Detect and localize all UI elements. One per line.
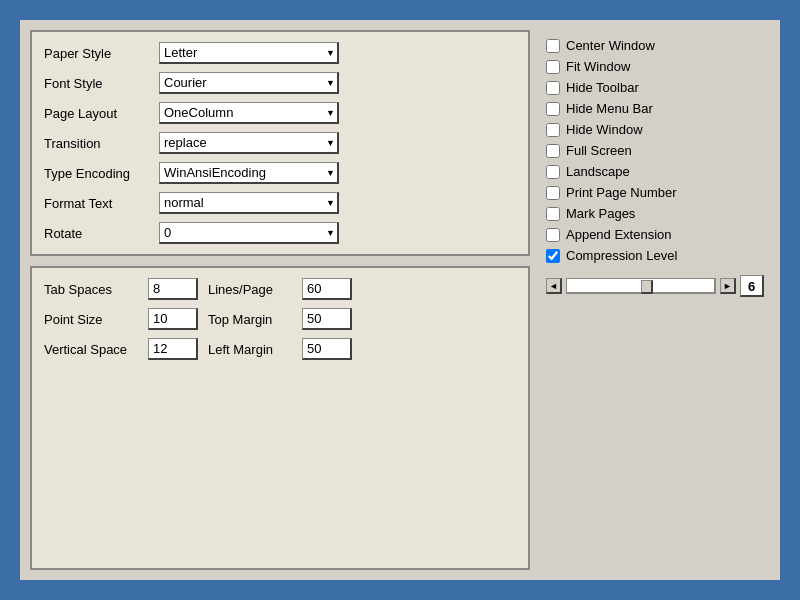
checkbox-item-fit-window: Fit Window xyxy=(546,59,764,74)
label-format-text: Format Text xyxy=(44,196,159,211)
checkbox-hide-toolbar[interactable] xyxy=(546,81,560,95)
checkbox-label-center-window: Center Window xyxy=(566,38,655,53)
select-paper-style[interactable]: LetterA4LegalExecutive xyxy=(159,42,339,64)
label-vertical-space: Vertical Space xyxy=(44,342,144,357)
checkbox-label-mark-pages: Mark Pages xyxy=(566,206,635,221)
select-format-text[interactable]: normalbolditalicbold italic xyxy=(159,192,339,214)
label-point-size: Point Size xyxy=(44,312,144,327)
checkbox-item-mark-pages: Mark Pages xyxy=(546,206,764,221)
input-point-size[interactable] xyxy=(148,308,198,330)
select-wrapper-paper-style: LetterA4LegalExecutive xyxy=(159,42,339,64)
checkbox-label-fit-window: Fit Window xyxy=(566,59,630,74)
slider-right-button[interactable]: ► xyxy=(720,278,736,294)
input-lines-per-page[interactable] xyxy=(302,278,352,300)
select-wrapper-format-text: normalbolditalicbold italic xyxy=(159,192,339,214)
slider-value: 6 xyxy=(740,275,764,297)
checkbox-item-append-extension: Append Extension xyxy=(546,227,764,242)
checkbox-full-screen[interactable] xyxy=(546,144,560,158)
checkbox-label-print-page-number: Print Page Number xyxy=(566,185,677,200)
select-page-layout[interactable]: OneColumnTwoColumnSinglePageTwoPage xyxy=(159,102,339,124)
label-lines-per-page: Lines/Page xyxy=(208,282,298,297)
form-row-page-layout: Page LayoutOneColumnTwoColumnSinglePageT… xyxy=(44,102,516,124)
checkbox-label-hide-toolbar: Hide Toolbar xyxy=(566,80,639,95)
main-panel: Paper StyleLetterA4LegalExecutiveFont St… xyxy=(20,20,780,580)
select-wrapper-page-layout: OneColumnTwoColumnSinglePageTwoPage xyxy=(159,102,339,124)
form-row-transition: Transitionreplaceblindsboxdissolveglitte… xyxy=(44,132,516,154)
checkbox-label-hide-window: Hide Window xyxy=(566,122,643,137)
select-wrapper-type-encoding: WinAnsiEncodingMacRomanEncodingUTF-8 xyxy=(159,162,339,184)
checkbox-label-compression-level: Compression Level xyxy=(566,248,677,263)
slider-thumb[interactable] xyxy=(641,280,653,294)
label-type-encoding: Type Encoding xyxy=(44,166,159,181)
checkbox-mark-pages[interactable] xyxy=(546,207,560,221)
numeric-row-tab-spaces: Tab SpacesLines/Page xyxy=(44,278,516,300)
top-group-box: Paper StyleLetterA4LegalExecutiveFont St… xyxy=(30,30,530,256)
checkbox-compression-level[interactable] xyxy=(546,249,560,263)
checkbox-hide-menu-bar[interactable] xyxy=(546,102,560,116)
checkbox-item-hide-toolbar: Hide Toolbar xyxy=(546,80,764,95)
right-panel: Center WindowFit WindowHide ToolbarHide … xyxy=(540,30,770,570)
left-panel: Paper StyleLetterA4LegalExecutiveFont St… xyxy=(30,30,530,570)
select-font-style[interactable]: CourierHelveticaTimesArial xyxy=(159,72,339,94)
label-page-layout: Page Layout xyxy=(44,106,159,121)
form-row-rotate: Rotate090180270 xyxy=(44,222,516,244)
input-vertical-space[interactable] xyxy=(148,338,198,360)
select-wrapper-transition: replaceblindsboxdissolveglittersplitwipe xyxy=(159,132,339,154)
select-transition[interactable]: replaceblindsboxdissolveglittersplitwipe xyxy=(159,132,339,154)
checkbox-label-append-extension: Append Extension xyxy=(566,227,672,242)
checkbox-hide-window[interactable] xyxy=(546,123,560,137)
form-row-type-encoding: Type EncodingWinAnsiEncodingMacRomanEnco… xyxy=(44,162,516,184)
checkbox-item-compression-level: Compression Level xyxy=(546,248,764,263)
slider-track[interactable] xyxy=(566,278,716,294)
checkbox-item-landscape: Landscape xyxy=(546,164,764,179)
checkbox-landscape[interactable] xyxy=(546,165,560,179)
checkbox-label-full-screen: Full Screen xyxy=(566,143,632,158)
select-wrapper-font-style: CourierHelveticaTimesArial xyxy=(159,72,339,94)
form-row-font-style: Font StyleCourierHelveticaTimesArial xyxy=(44,72,516,94)
checkbox-item-center-window: Center Window xyxy=(546,38,764,53)
input-top-margin[interactable] xyxy=(302,308,352,330)
select-rotate[interactable]: 090180270 xyxy=(159,222,339,244)
label-left-margin: Left Margin xyxy=(208,342,298,357)
checkbox-item-print-page-number: Print Page Number xyxy=(546,185,764,200)
form-row-paper-style: Paper StyleLetterA4LegalExecutive xyxy=(44,42,516,64)
slider-row: ◄ ► 6 xyxy=(540,275,770,297)
label-transition: Transition xyxy=(44,136,159,151)
checkbox-center-window[interactable] xyxy=(546,39,560,53)
label-top-margin: Top Margin xyxy=(208,312,298,327)
numeric-row-vertical-space: Vertical SpaceLeft Margin xyxy=(44,338,516,360)
checkbox-item-full-screen: Full Screen xyxy=(546,143,764,158)
numeric-row-point-size: Point SizeTop Margin xyxy=(44,308,516,330)
checkbox-item-hide-window: Hide Window xyxy=(546,122,764,137)
checkbox-item-hide-menu-bar: Hide Menu Bar xyxy=(546,101,764,116)
checkbox-fit-window[interactable] xyxy=(546,60,560,74)
checkbox-label-hide-menu-bar: Hide Menu Bar xyxy=(566,101,653,116)
label-rotate: Rotate xyxy=(44,226,159,241)
bottom-group-box: Tab SpacesLines/PagePoint SizeTop Margin… xyxy=(30,266,530,570)
checkbox-print-page-number[interactable] xyxy=(546,186,560,200)
input-left-margin[interactable] xyxy=(302,338,352,360)
form-row-format-text: Format Textnormalbolditalicbold italic xyxy=(44,192,516,214)
select-wrapper-rotate: 090180270 xyxy=(159,222,339,244)
input-tab-spaces[interactable] xyxy=(148,278,198,300)
slider-left-button[interactable]: ◄ xyxy=(546,278,562,294)
checkbox-append-extension[interactable] xyxy=(546,228,560,242)
label-tab-spaces: Tab Spaces xyxy=(44,282,144,297)
label-paper-style: Paper Style xyxy=(44,46,159,61)
checkbox-label-landscape: Landscape xyxy=(566,164,630,179)
select-type-encoding[interactable]: WinAnsiEncodingMacRomanEncodingUTF-8 xyxy=(159,162,339,184)
label-font-style: Font Style xyxy=(44,76,159,91)
checkbox-list: Center WindowFit WindowHide ToolbarHide … xyxy=(540,30,770,271)
